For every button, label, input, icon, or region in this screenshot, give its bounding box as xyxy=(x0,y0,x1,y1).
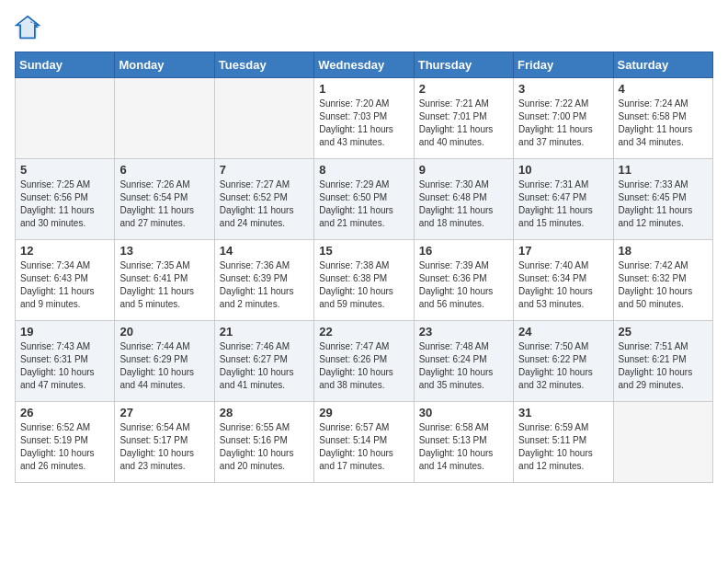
day-info: Sunrise: 7:43 AM Sunset: 6:31 PM Dayligh… xyxy=(20,340,109,392)
day-number: 12 xyxy=(20,244,109,258)
day-number: 25 xyxy=(619,325,708,339)
calendar-cell: 20Sunrise: 7:44 AM Sunset: 6:29 PM Dayli… xyxy=(115,321,214,402)
day-info: Sunrise: 7:46 AM Sunset: 6:27 PM Dayligh… xyxy=(220,340,309,392)
calendar-cell: 2Sunrise: 7:21 AM Sunset: 7:01 PM Daylig… xyxy=(414,78,513,159)
day-number: 8 xyxy=(319,163,408,177)
day-info: Sunrise: 7:44 AM Sunset: 6:29 PM Dayligh… xyxy=(119,340,209,392)
day-number: 9 xyxy=(419,163,508,177)
col-header-thursday: Thursday xyxy=(414,52,513,78)
day-info: Sunrise: 6:57 AM Sunset: 5:14 PM Dayligh… xyxy=(319,421,408,473)
calendar-week-3: 12Sunrise: 7:34 AM Sunset: 6:43 PM Dayli… xyxy=(16,240,713,321)
calendar-cell: 16Sunrise: 7:39 AM Sunset: 6:36 PM Dayli… xyxy=(414,240,513,321)
calendar-week-5: 26Sunrise: 6:52 AM Sunset: 5:19 PM Dayli… xyxy=(16,402,713,483)
calendar-cell: 23Sunrise: 7:48 AM Sunset: 6:24 PM Dayli… xyxy=(414,321,513,402)
day-number: 15 xyxy=(319,244,408,258)
day-info: Sunrise: 7:51 AM Sunset: 6:21 PM Dayligh… xyxy=(619,340,708,392)
day-info: Sunrise: 7:20 AM Sunset: 7:03 PM Dayligh… xyxy=(319,98,408,149)
day-number: 14 xyxy=(220,244,309,258)
day-number: 5 xyxy=(20,163,109,177)
calendar-cell: 10Sunrise: 7:31 AM Sunset: 6:47 PM Dayli… xyxy=(514,159,613,240)
day-number: 4 xyxy=(619,82,708,96)
calendar-cell: 27Sunrise: 6:54 AM Sunset: 5:17 PM Dayli… xyxy=(115,402,214,483)
day-info: Sunrise: 6:52 AM Sunset: 5:19 PM Dayligh… xyxy=(20,421,109,473)
calendar-week-1: 1Sunrise: 7:20 AM Sunset: 7:03 PM Daylig… xyxy=(16,78,713,159)
calendar-cell: 11Sunrise: 7:33 AM Sunset: 6:45 PM Dayli… xyxy=(613,159,712,240)
day-number: 23 xyxy=(419,325,508,339)
calendar-cell: 15Sunrise: 7:38 AM Sunset: 6:38 PM Dayli… xyxy=(314,240,414,321)
col-header-saturday: Saturday xyxy=(613,52,712,78)
day-number: 30 xyxy=(419,406,508,419)
calendar-cell: 1Sunrise: 7:20 AM Sunset: 7:03 PM Daylig… xyxy=(314,78,414,159)
day-number: 18 xyxy=(619,244,708,258)
day-number: 3 xyxy=(518,82,608,96)
calendar-cell: 29Sunrise: 6:57 AM Sunset: 5:14 PM Dayli… xyxy=(314,402,414,483)
day-info: Sunrise: 7:30 AM Sunset: 6:48 PM Dayligh… xyxy=(419,178,508,230)
calendar-cell: 31Sunrise: 6:59 AM Sunset: 5:11 PM Dayli… xyxy=(514,402,613,483)
day-number: 20 xyxy=(119,325,209,339)
day-number: 21 xyxy=(220,325,309,339)
day-number: 17 xyxy=(518,244,608,258)
calendar-cell xyxy=(115,78,214,159)
logo xyxy=(15,15,44,40)
day-info: Sunrise: 7:42 AM Sunset: 6:32 PM Dayligh… xyxy=(619,259,708,311)
calendar-cell: 3Sunrise: 7:22 AM Sunset: 7:00 PM Daylig… xyxy=(514,78,613,159)
day-number: 10 xyxy=(518,163,608,177)
day-info: Sunrise: 7:22 AM Sunset: 7:00 PM Dayligh… xyxy=(518,98,608,149)
day-info: Sunrise: 7:38 AM Sunset: 6:38 PM Dayligh… xyxy=(319,259,408,311)
day-info: Sunrise: 7:24 AM Sunset: 6:58 PM Dayligh… xyxy=(619,98,708,149)
calendar-cell: 7Sunrise: 7:27 AM Sunset: 6:52 PM Daylig… xyxy=(214,159,313,240)
header-row: SundayMondayTuesdayWednesdayThursdayFrid… xyxy=(16,52,713,78)
day-info: Sunrise: 6:59 AM Sunset: 5:11 PM Dayligh… xyxy=(518,421,608,473)
calendar-cell: 18Sunrise: 7:42 AM Sunset: 6:32 PM Dayli… xyxy=(613,240,712,321)
day-info: Sunrise: 7:26 AM Sunset: 6:54 PM Dayligh… xyxy=(119,178,209,230)
day-info: Sunrise: 7:35 AM Sunset: 6:41 PM Dayligh… xyxy=(119,259,209,311)
day-info: Sunrise: 7:34 AM Sunset: 6:43 PM Dayligh… xyxy=(20,259,109,311)
day-number: 28 xyxy=(220,406,309,419)
calendar-cell: 14Sunrise: 7:36 AM Sunset: 6:39 PM Dayli… xyxy=(214,240,313,321)
page-header xyxy=(15,15,713,40)
calendar-cell: 12Sunrise: 7:34 AM Sunset: 6:43 PM Dayli… xyxy=(16,240,115,321)
day-number: 1 xyxy=(319,82,408,96)
day-number: 27 xyxy=(119,406,209,419)
calendar-cell: 8Sunrise: 7:29 AM Sunset: 6:50 PM Daylig… xyxy=(314,159,414,240)
day-number: 11 xyxy=(619,163,708,177)
day-info: Sunrise: 7:33 AM Sunset: 6:45 PM Dayligh… xyxy=(619,178,708,230)
day-info: Sunrise: 7:21 AM Sunset: 7:01 PM Dayligh… xyxy=(419,98,508,149)
calendar-cell: 4Sunrise: 7:24 AM Sunset: 6:58 PM Daylig… xyxy=(613,78,712,159)
day-number: 16 xyxy=(419,244,508,258)
calendar-cell: 24Sunrise: 7:50 AM Sunset: 6:22 PM Dayli… xyxy=(514,321,613,402)
col-header-wednesday: Wednesday xyxy=(314,52,414,78)
day-info: Sunrise: 7:50 AM Sunset: 6:22 PM Dayligh… xyxy=(518,340,608,392)
logo-icon xyxy=(15,15,40,40)
calendar-cell: 17Sunrise: 7:40 AM Sunset: 6:34 PM Dayli… xyxy=(514,240,613,321)
day-info: Sunrise: 7:40 AM Sunset: 6:34 PM Dayligh… xyxy=(518,259,608,311)
day-number: 31 xyxy=(518,406,608,419)
calendar-cell: 26Sunrise: 6:52 AM Sunset: 5:19 PM Dayli… xyxy=(16,402,115,483)
calendar-cell: 22Sunrise: 7:47 AM Sunset: 6:26 PM Dayli… xyxy=(314,321,414,402)
day-info: Sunrise: 7:31 AM Sunset: 6:47 PM Dayligh… xyxy=(518,178,608,230)
day-number: 7 xyxy=(220,163,309,177)
day-number: 2 xyxy=(419,82,508,96)
col-header-tuesday: Tuesday xyxy=(214,52,313,78)
day-info: Sunrise: 7:29 AM Sunset: 6:50 PM Dayligh… xyxy=(319,178,408,230)
calendar-week-4: 19Sunrise: 7:43 AM Sunset: 6:31 PM Dayli… xyxy=(16,321,713,402)
day-info: Sunrise: 7:39 AM Sunset: 6:36 PM Dayligh… xyxy=(419,259,508,311)
day-info: Sunrise: 7:25 AM Sunset: 6:56 PM Dayligh… xyxy=(20,178,109,230)
calendar-cell: 13Sunrise: 7:35 AM Sunset: 6:41 PM Dayli… xyxy=(115,240,214,321)
day-number: 19 xyxy=(20,325,109,339)
day-number: 24 xyxy=(518,325,608,339)
day-info: Sunrise: 6:58 AM Sunset: 5:13 PM Dayligh… xyxy=(419,421,508,473)
calendar-cell: 9Sunrise: 7:30 AM Sunset: 6:48 PM Daylig… xyxy=(414,159,513,240)
day-info: Sunrise: 7:27 AM Sunset: 6:52 PM Dayligh… xyxy=(220,178,309,230)
day-number: 13 xyxy=(119,244,209,258)
day-info: Sunrise: 7:48 AM Sunset: 6:24 PM Dayligh… xyxy=(419,340,508,392)
calendar-table: SundayMondayTuesdayWednesdayThursdayFrid… xyxy=(15,52,713,483)
calendar-cell xyxy=(214,78,313,159)
calendar-cell: 30Sunrise: 6:58 AM Sunset: 5:13 PM Dayli… xyxy=(414,402,513,483)
calendar-cell: 25Sunrise: 7:51 AM Sunset: 6:21 PM Dayli… xyxy=(613,321,712,402)
day-info: Sunrise: 7:47 AM Sunset: 6:26 PM Dayligh… xyxy=(319,340,408,392)
day-number: 29 xyxy=(319,406,408,419)
day-info: Sunrise: 7:36 AM Sunset: 6:39 PM Dayligh… xyxy=(220,259,309,311)
calendar-cell: 5Sunrise: 7:25 AM Sunset: 6:56 PM Daylig… xyxy=(16,159,115,240)
col-header-sunday: Sunday xyxy=(16,52,115,78)
